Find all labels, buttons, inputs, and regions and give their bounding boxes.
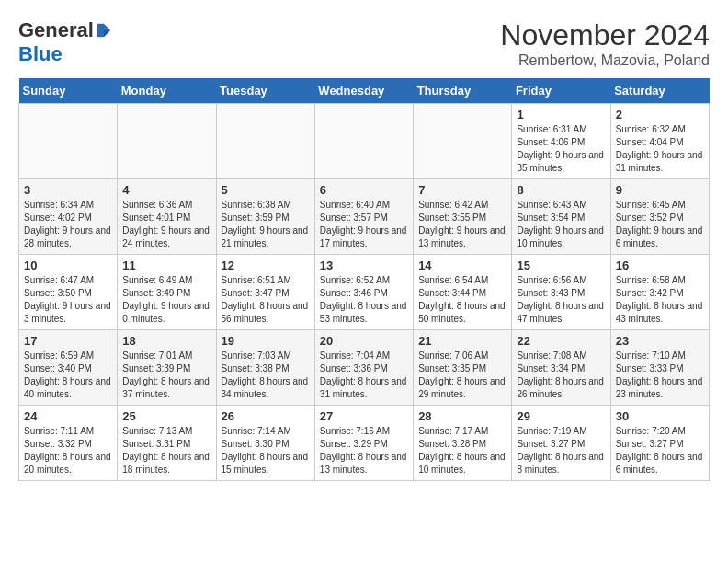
day-info: Sunrise: 7:16 AM Sunset: 3:29 PM Dayligh… bbox=[320, 425, 408, 477]
calendar-cell bbox=[314, 104, 413, 179]
calendar-cell: 24Sunrise: 7:11 AM Sunset: 3:32 PM Dayli… bbox=[19, 406, 118, 481]
day-info: Sunrise: 7:01 AM Sunset: 3:39 PM Dayligh… bbox=[122, 350, 210, 401]
calendar-cell: 16Sunrise: 6:58 AM Sunset: 3:42 PM Dayli… bbox=[610, 255, 709, 330]
logo: General Blue bbox=[18, 18, 112, 66]
logo-flag-icon bbox=[96, 22, 112, 39]
day-number: 30 bbox=[616, 409, 704, 423]
day-info: Sunrise: 6:42 AM Sunset: 3:55 PM Dayligh… bbox=[418, 199, 506, 250]
day-number: 5 bbox=[222, 183, 310, 197]
calendar-row-1: 3Sunrise: 6:34 AM Sunset: 4:02 PM Daylig… bbox=[19, 179, 710, 255]
day-number: 9 bbox=[616, 183, 704, 197]
day-number: 14 bbox=[418, 259, 506, 272]
calendar-cell: 3Sunrise: 6:34 AM Sunset: 4:02 PM Daylig… bbox=[19, 179, 118, 255]
calendar-cell: 18Sunrise: 7:01 AM Sunset: 3:39 PM Dayli… bbox=[118, 330, 216, 406]
day-info: Sunrise: 7:03 AM Sunset: 3:38 PM Dayligh… bbox=[222, 350, 310, 401]
day-number: 24 bbox=[24, 409, 112, 423]
calendar-cell bbox=[118, 104, 216, 179]
svg-marker-0 bbox=[104, 24, 110, 30]
day-number: 29 bbox=[517, 409, 605, 423]
day-info: Sunrise: 7:14 AM Sunset: 3:30 PM Dayligh… bbox=[222, 425, 310, 477]
calendar-cell: 17Sunrise: 6:59 AM Sunset: 3:40 PM Dayli… bbox=[19, 330, 118, 406]
calendar-cell: 7Sunrise: 6:42 AM Sunset: 3:55 PM Daylig… bbox=[414, 179, 512, 255]
day-info: Sunrise: 7:04 AM Sunset: 3:36 PM Dayligh… bbox=[320, 350, 408, 401]
day-info: Sunrise: 6:47 AM Sunset: 3:50 PM Dayligh… bbox=[24, 274, 112, 326]
day-info: Sunrise: 6:43 AM Sunset: 3:54 PM Dayligh… bbox=[517, 199, 605, 250]
header-cell-wednesday: Wednesday bbox=[314, 78, 413, 104]
calendar-body: 1Sunrise: 6:31 AM Sunset: 4:06 PM Daylig… bbox=[19, 104, 710, 481]
day-number: 2 bbox=[616, 108, 704, 121]
day-info: Sunrise: 6:54 AM Sunset: 3:44 PM Dayligh… bbox=[418, 274, 506, 326]
calendar-cell: 12Sunrise: 6:51 AM Sunset: 3:47 PM Dayli… bbox=[216, 255, 314, 330]
day-number: 20 bbox=[320, 334, 408, 348]
header-row: SundayMondayTuesdayWednesdayThursdayFrid… bbox=[19, 78, 710, 104]
day-info: Sunrise: 6:58 AM Sunset: 3:42 PM Dayligh… bbox=[616, 274, 704, 326]
day-number: 21 bbox=[418, 334, 506, 348]
day-number: 23 bbox=[616, 334, 704, 348]
page-header: General Blue November 2024 Rembertow, Ma… bbox=[18, 18, 710, 69]
calendar-cell: 2Sunrise: 6:32 AM Sunset: 4:04 PM Daylig… bbox=[610, 104, 709, 179]
day-number: 8 bbox=[517, 183, 605, 197]
calendar-cell: 20Sunrise: 7:04 AM Sunset: 3:36 PM Dayli… bbox=[314, 330, 413, 406]
day-info: Sunrise: 6:40 AM Sunset: 3:57 PM Dayligh… bbox=[320, 199, 408, 250]
day-info: Sunrise: 6:56 AM Sunset: 3:43 PM Dayligh… bbox=[517, 274, 605, 326]
day-number: 6 bbox=[320, 183, 408, 197]
day-info: Sunrise: 6:32 AM Sunset: 4:04 PM Dayligh… bbox=[616, 123, 704, 175]
calendar-cell: 19Sunrise: 7:03 AM Sunset: 3:38 PM Dayli… bbox=[216, 330, 314, 406]
day-number: 11 bbox=[122, 259, 210, 272]
day-number: 13 bbox=[320, 259, 408, 272]
calendar-cell: 8Sunrise: 6:43 AM Sunset: 3:54 PM Daylig… bbox=[512, 179, 610, 255]
calendar-cell: 6Sunrise: 6:40 AM Sunset: 3:57 PM Daylig… bbox=[314, 179, 413, 255]
calendar-cell: 22Sunrise: 7:08 AM Sunset: 3:34 PM Dayli… bbox=[512, 330, 610, 406]
calendar-cell: 25Sunrise: 7:13 AM Sunset: 3:31 PM Dayli… bbox=[118, 406, 216, 481]
calendar-cell bbox=[19, 104, 118, 179]
day-number: 3 bbox=[24, 183, 112, 197]
calendar-cell bbox=[414, 104, 512, 179]
calendar-cell: 26Sunrise: 7:14 AM Sunset: 3:30 PM Dayli… bbox=[216, 406, 314, 481]
day-info: Sunrise: 6:34 AM Sunset: 4:02 PM Dayligh… bbox=[24, 199, 112, 250]
day-number: 7 bbox=[418, 183, 506, 197]
calendar-cell: 13Sunrise: 6:52 AM Sunset: 3:46 PM Dayli… bbox=[314, 255, 413, 330]
month-title: November 2024 bbox=[500, 18, 710, 52]
calendar-cell: 5Sunrise: 6:38 AM Sunset: 3:59 PM Daylig… bbox=[216, 179, 314, 255]
day-number: 17 bbox=[24, 334, 112, 348]
calendar-cell: 28Sunrise: 7:17 AM Sunset: 3:28 PM Dayli… bbox=[414, 406, 512, 481]
header-cell-monday: Monday bbox=[118, 78, 216, 104]
day-number: 22 bbox=[517, 334, 605, 348]
day-info: Sunrise: 6:36 AM Sunset: 4:01 PM Dayligh… bbox=[122, 199, 210, 250]
calendar-row-3: 17Sunrise: 6:59 AM Sunset: 3:40 PM Dayli… bbox=[19, 330, 710, 406]
day-number: 27 bbox=[320, 409, 408, 423]
calendar-cell: 11Sunrise: 6:49 AM Sunset: 3:49 PM Dayli… bbox=[118, 255, 216, 330]
day-info: Sunrise: 6:52 AM Sunset: 3:46 PM Dayligh… bbox=[320, 274, 408, 326]
calendar-cell: 30Sunrise: 7:20 AM Sunset: 3:27 PM Dayli… bbox=[610, 406, 709, 481]
day-info: Sunrise: 6:49 AM Sunset: 3:49 PM Dayligh… bbox=[122, 274, 210, 326]
calendar-cell: 15Sunrise: 6:56 AM Sunset: 3:43 PM Dayli… bbox=[512, 255, 610, 330]
day-info: Sunrise: 7:19 AM Sunset: 3:27 PM Dayligh… bbox=[517, 425, 605, 477]
header-cell-thursday: Thursday bbox=[414, 78, 512, 104]
calendar-cell bbox=[216, 104, 314, 179]
logo-blue-text: Blue bbox=[18, 42, 63, 66]
calendar-cell: 29Sunrise: 7:19 AM Sunset: 3:27 PM Dayli… bbox=[512, 406, 610, 481]
day-number: 10 bbox=[24, 259, 112, 272]
calendar-row-0: 1Sunrise: 6:31 AM Sunset: 4:06 PM Daylig… bbox=[19, 104, 710, 179]
day-number: 19 bbox=[222, 334, 310, 348]
title-section: November 2024 Rembertow, Mazovia, Poland bbox=[500, 18, 710, 69]
day-info: Sunrise: 7:10 AM Sunset: 3:33 PM Dayligh… bbox=[616, 350, 704, 401]
day-info: Sunrise: 7:08 AM Sunset: 3:34 PM Dayligh… bbox=[517, 350, 605, 401]
calendar-header: SundayMondayTuesdayWednesdayThursdayFrid… bbox=[19, 78, 710, 104]
day-info: Sunrise: 7:06 AM Sunset: 3:35 PM Dayligh… bbox=[418, 350, 506, 401]
svg-marker-1 bbox=[104, 30, 110, 37]
day-number: 28 bbox=[418, 409, 506, 423]
calendar-cell: 4Sunrise: 6:36 AM Sunset: 4:01 PM Daylig… bbox=[118, 179, 216, 255]
calendar-table: SundayMondayTuesdayWednesdayThursdayFrid… bbox=[18, 78, 710, 481]
day-info: Sunrise: 6:45 AM Sunset: 3:52 PM Dayligh… bbox=[616, 199, 704, 250]
calendar-cell: 1Sunrise: 6:31 AM Sunset: 4:06 PM Daylig… bbox=[512, 104, 610, 179]
calendar-cell: 14Sunrise: 6:54 AM Sunset: 3:44 PM Dayli… bbox=[414, 255, 512, 330]
location-title: Rembertow, Mazovia, Poland bbox=[500, 52, 710, 69]
calendar-row-4: 24Sunrise: 7:11 AM Sunset: 3:32 PM Dayli… bbox=[19, 406, 710, 481]
day-number: 16 bbox=[616, 259, 704, 272]
day-number: 12 bbox=[222, 259, 310, 272]
day-info: Sunrise: 6:38 AM Sunset: 3:59 PM Dayligh… bbox=[222, 199, 310, 250]
day-info: Sunrise: 7:11 AM Sunset: 3:32 PM Dayligh… bbox=[24, 425, 112, 477]
header-cell-tuesday: Tuesday bbox=[216, 78, 314, 104]
calendar-row-2: 10Sunrise: 6:47 AM Sunset: 3:50 PM Dayli… bbox=[19, 255, 710, 330]
